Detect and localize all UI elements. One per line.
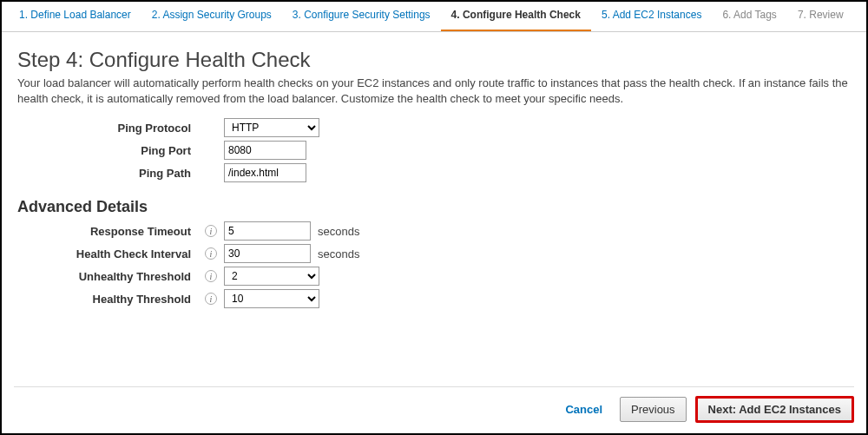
ping-path-input[interactable] (224, 163, 306, 182)
unhealthy-threshold-label: Unhealthy Threshold (17, 270, 200, 283)
health-check-interval-label: Health Check Interval (17, 247, 200, 260)
response-timeout-input[interactable] (224, 221, 311, 241)
ping-port-input[interactable] (224, 141, 306, 160)
tab-review[interactable]: 7. Review (787, 2, 854, 31)
info-icon[interactable]: i (205, 270, 217, 282)
info-icon[interactable]: i (205, 247, 217, 260)
tab-configure-security-settings[interactable]: 3. Configure Security Settings (282, 2, 441, 31)
wizard-footer: Cancel Previous Next: Add EC2 Instances (14, 386, 854, 423)
tab-assign-security-groups[interactable]: 2. Assign Security Groups (141, 2, 282, 31)
ping-port-label: Ping Port (17, 144, 200, 157)
advanced-details-heading: Advanced Details (17, 198, 851, 216)
healthy-threshold-label: Healthy Threshold (17, 293, 200, 306)
response-timeout-unit: seconds (318, 225, 359, 238)
healthy-threshold-select[interactable]: 10 (224, 289, 319, 308)
tab-add-ec2-instances[interactable]: 5. Add EC2 Instances (591, 2, 712, 31)
health-check-interval-unit: seconds (318, 247, 359, 260)
wizard-tabs: 1. Define Load Balancer 2. Assign Securi… (2, 2, 866, 32)
tab-add-tags[interactable]: 6. Add Tags (712, 2, 787, 31)
page-intro: Your load balancer will automatically pe… (17, 76, 851, 106)
health-check-interval-input[interactable] (224, 244, 311, 263)
previous-button[interactable]: Previous (620, 397, 687, 422)
cancel-button[interactable]: Cancel (556, 398, 611, 421)
info-icon[interactable]: i (205, 225, 217, 237)
tab-configure-health-check[interactable]: 4. Configure Health Check (441, 2, 591, 31)
unhealthy-threshold-select[interactable]: 2 (224, 267, 319, 286)
ping-protocol-select[interactable]: HTTP (224, 118, 319, 137)
tab-define-load-balancer[interactable]: 1. Define Load Balancer (9, 2, 141, 31)
page-title: Step 4: Configure Health Check (17, 48, 851, 72)
ping-protocol-label: Ping Protocol (17, 122, 200, 135)
next-button[interactable]: Next: Add EC2 Instances (695, 396, 854, 423)
response-timeout-label: Response Timeout (17, 225, 200, 238)
ping-path-label: Ping Path (17, 167, 200, 180)
info-icon[interactable]: i (205, 293, 217, 305)
